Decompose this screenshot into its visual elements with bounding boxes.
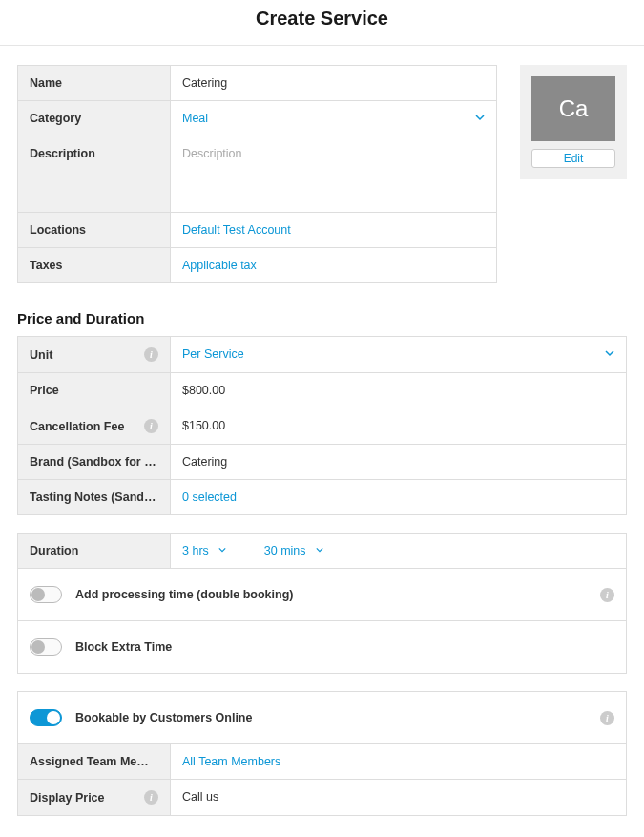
info-icon[interactable]: i bbox=[600, 711, 614, 725]
team-members-label: Assigned Team Members bbox=[18, 744, 171, 780]
duration-mins-select[interactable]: 30 mins bbox=[264, 544, 323, 557]
edit-image-button[interactable]: Edit bbox=[531, 149, 615, 168]
unit-select[interactable]: Per Service bbox=[171, 337, 627, 373]
price-duration-heading: Price and Duration bbox=[17, 310, 627, 326]
name-input[interactable]: Catering bbox=[171, 66, 497, 101]
price-label: Price bbox=[18, 373, 171, 408]
taxes-link[interactable]: Applicable tax bbox=[171, 248, 497, 283]
bookable-online-label: Bookable by Customers Online bbox=[75, 711, 252, 724]
display-price-label: Display Price i bbox=[18, 780, 171, 816]
price-input[interactable]: $800.00 bbox=[171, 373, 627, 408]
page-title: Create Service bbox=[0, 8, 644, 30]
name-label: Name bbox=[18, 66, 171, 101]
cancellation-fee-input[interactable]: $150.00 bbox=[171, 408, 627, 445]
duration-label: Duration bbox=[18, 534, 171, 569]
chevron-down-icon bbox=[316, 546, 323, 555]
info-icon[interactable]: i bbox=[144, 790, 158, 805]
locations-link[interactable]: Default Test Account bbox=[171, 213, 497, 248]
locations-label: Locations bbox=[18, 213, 171, 248]
processing-time-toggle[interactable] bbox=[30, 586, 62, 603]
brand-label: Brand (Sandbox for sq0... bbox=[18, 445, 171, 480]
basic-info-table: Name Catering Category Meal bbox=[17, 65, 497, 283]
image-upload-panel: Ca Edit bbox=[520, 65, 627, 179]
info-icon[interactable]: i bbox=[144, 347, 158, 362]
cancellation-fee-label: Cancellation Fee i bbox=[18, 408, 171, 445]
team-members-link[interactable]: All Team Members bbox=[171, 744, 627, 780]
info-icon[interactable]: i bbox=[600, 588, 614, 602]
category-select[interactable]: Meal bbox=[171, 101, 497, 136]
duration-table: Duration 3 hrs 30 mins bbox=[17, 533, 627, 674]
price-table: Unit i Per Service Price $800.00 bbox=[17, 336, 627, 515]
duration-hours-select[interactable]: 3 hrs bbox=[182, 544, 226, 557]
description-label: Description bbox=[18, 136, 171, 213]
booking-table: Bookable by Customers Online i Assigned … bbox=[17, 691, 627, 816]
unit-label: Unit i bbox=[18, 337, 171, 373]
chevron-down-icon bbox=[218, 546, 226, 555]
bookable-online-toggle[interactable] bbox=[30, 709, 62, 726]
block-extra-time-toggle[interactable] bbox=[30, 638, 62, 656]
image-thumbnail[interactable]: Ca bbox=[531, 76, 615, 141]
category-label: Category bbox=[18, 101, 171, 136]
chevron-down-icon bbox=[605, 348, 614, 360]
taxes-label: Taxes bbox=[18, 248, 171, 283]
description-textarea[interactable]: Description bbox=[171, 136, 497, 213]
block-extra-time-label: Block Extra Time bbox=[75, 640, 172, 654]
processing-time-label: Add processing time (double booking) bbox=[75, 588, 293, 601]
page-header: Create Service bbox=[0, 0, 644, 46]
info-icon[interactable]: i bbox=[144, 419, 158, 433]
form-content: Name Catering Category Meal bbox=[0, 46, 644, 835]
brand-input[interactable]: Catering bbox=[171, 445, 627, 480]
tasting-notes-link[interactable]: 0 selected bbox=[171, 480, 627, 515]
tasting-notes-label: Tasting Notes (Sandbox... bbox=[18, 480, 171, 515]
display-price-input[interactable]: Call us bbox=[171, 780, 627, 816]
chevron-down-icon bbox=[475, 113, 485, 124]
